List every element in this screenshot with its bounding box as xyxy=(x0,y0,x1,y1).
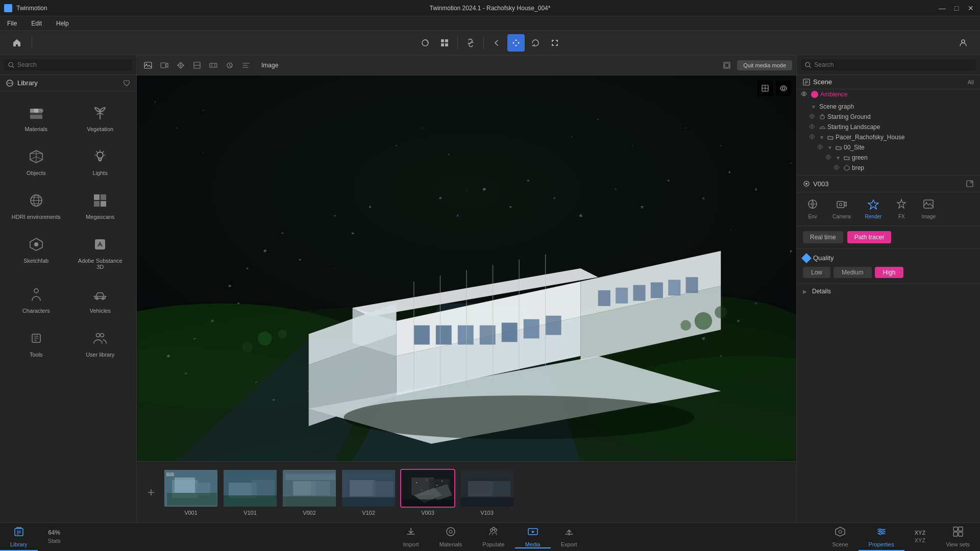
library-item-materials[interactable]: Materials xyxy=(6,97,66,137)
bottom-populate-button[interactable]: Populate xyxy=(472,526,514,548)
svg-rect-151 xyxy=(283,496,337,508)
bottom-xyz-button[interactable]: XYZ XYZ xyxy=(904,523,936,551)
toolbar-refresh-button[interactable] xyxy=(527,34,544,52)
render-tab-camera[interactable]: Camera xyxy=(828,196,855,221)
toolbar-grid-button[interactable] xyxy=(436,34,453,52)
adobe-label: Adobe Substance 3D xyxy=(76,258,126,270)
media-tool-7[interactable] xyxy=(239,58,253,72)
right-search-input[interactable] xyxy=(814,61,972,68)
heart-icon[interactable] xyxy=(123,80,130,87)
menu-edit[interactable]: Edit xyxy=(28,19,45,28)
media-tool-image[interactable] xyxy=(141,58,155,72)
quit-media-button[interactable]: Quit media mode xyxy=(737,60,792,70)
bottom-library-button[interactable]: Library xyxy=(0,523,38,551)
minimize-button[interactable]: — xyxy=(937,3,947,13)
menu-help[interactable]: Help xyxy=(53,19,72,28)
sg-00site[interactable]: ▼ 00_Site xyxy=(813,142,980,153)
svg-point-138 xyxy=(782,87,785,90)
sg-pacer-house[interactable]: ▼ Pacer_Rachofsky_House xyxy=(805,132,980,142)
svg-point-25 xyxy=(34,289,38,293)
library-item-vegetation[interactable]: Vegetation xyxy=(70,97,131,137)
viewport[interactable] xyxy=(137,76,796,461)
toolbar-back-button[interactable] xyxy=(488,34,505,52)
library-item-characters[interactable]: Characters xyxy=(6,279,66,319)
bottom-materials-button[interactable]: Materials xyxy=(429,526,473,548)
toolbar-expand-button[interactable] xyxy=(546,34,564,52)
all-button[interactable]: All xyxy=(968,79,974,85)
megascans-icon xyxy=(90,190,110,211)
svg-point-116 xyxy=(571,136,573,138)
sg-eye-brep xyxy=(834,164,842,171)
library-item-hdri[interactable]: HDRI environments xyxy=(6,185,66,225)
viewport-layout-button[interactable] xyxy=(757,81,773,96)
viewport-eye-button[interactable] xyxy=(776,81,791,96)
quality-diamond-icon xyxy=(801,253,812,263)
library-item-vehicles[interactable]: Vehicles xyxy=(70,279,131,319)
render-tab-image[interactable]: Image xyxy=(917,196,940,221)
bottom-export-button[interactable]: Export xyxy=(551,526,587,548)
sg-ambience[interactable]: Ambience xyxy=(797,89,980,99)
library-item-user[interactable]: User library xyxy=(70,323,131,363)
sg-green[interactable]: ▼ green xyxy=(821,153,980,163)
media-tool-6[interactable] xyxy=(223,58,237,72)
svg-point-131 xyxy=(695,312,712,330)
bottom-viewsets-button[interactable]: View sets xyxy=(936,523,980,551)
toolbar-move-button[interactable] xyxy=(507,34,525,52)
library-item-objects[interactable]: Objects xyxy=(6,141,66,181)
thumb-v002[interactable]: V002 xyxy=(282,469,337,516)
media-frame-btn[interactable] xyxy=(720,58,734,72)
render-tab-fx[interactable]: FX xyxy=(892,196,911,221)
svg-point-121 xyxy=(790,162,792,164)
sg-starting-ground[interactable]: Starting Ground xyxy=(805,112,980,122)
thumb-v101[interactable]: V101 xyxy=(223,469,278,516)
svg-point-110 xyxy=(155,101,156,103)
bottom-stats-button[interactable]: 64% Stats xyxy=(38,523,71,551)
quality-low-button[interactable]: Low xyxy=(803,267,830,278)
svg-rect-67 xyxy=(651,282,663,298)
sg-brep[interactable]: brep xyxy=(829,163,980,173)
library-item-adobe[interactable]: Adobe Substance 3D xyxy=(70,229,131,275)
library-item-sketchfab[interactable]: Sketchfab xyxy=(6,229,66,275)
maximize-button[interactable]: □ xyxy=(951,3,962,13)
thumb-v102[interactable]: V102 xyxy=(341,469,396,516)
media-tool-video[interactable] xyxy=(157,58,172,72)
thumb-v003[interactable]: V003 xyxy=(400,469,455,516)
home-button[interactable] xyxy=(8,34,26,52)
media-tool-5[interactable] xyxy=(206,58,220,72)
realtime-button[interactable]: Real time xyxy=(803,231,843,243)
library-item-tools[interactable]: Tools xyxy=(6,323,66,363)
bottom-import-button[interactable]: Import xyxy=(393,526,429,548)
sg-starting-landscape[interactable]: Starting Landscape xyxy=(805,122,980,132)
menu-file[interactable]: File xyxy=(4,19,20,28)
toolbar-rotate-button[interactable] xyxy=(416,34,434,52)
stats-nav-label: Stats xyxy=(48,538,61,544)
left-search-input[interactable] xyxy=(17,61,128,68)
close-button[interactable]: ✕ xyxy=(966,3,976,13)
add-media-button[interactable]: + xyxy=(141,472,161,513)
svg-point-166 xyxy=(421,490,422,491)
v003-resize-icon[interactable] xyxy=(966,180,974,188)
toolbar-link-button[interactable] xyxy=(462,34,479,52)
library-item-megascans[interactable]: Megascans xyxy=(70,185,131,225)
render-tab-render[interactable]: Render xyxy=(861,196,886,221)
user-library-icon xyxy=(90,328,110,348)
sg-scene-graph-header[interactable]: ▼ Scene graph xyxy=(797,102,980,112)
media-tool-4[interactable] xyxy=(190,58,204,72)
svg-point-106 xyxy=(738,320,740,322)
render-tab-env[interactable]: Env xyxy=(803,196,822,221)
bottom-properties-button[interactable]: Properties xyxy=(859,523,904,551)
quality-high-button[interactable]: High xyxy=(875,267,904,278)
svg-rect-60 xyxy=(524,319,540,339)
thumb-v103[interactable]: V103 xyxy=(459,469,514,516)
library-nav-label: Library xyxy=(10,541,28,547)
details-header[interactable]: ▶ Details xyxy=(803,288,974,295)
library-item-lights[interactable]: Lights xyxy=(70,141,131,181)
pathtracer-button[interactable]: Path tracer xyxy=(847,231,892,243)
thumb-v001[interactable]: ⊞⊞ V001 xyxy=(163,469,218,516)
quality-medium-button[interactable]: Medium xyxy=(834,267,872,278)
svg-point-88 xyxy=(579,214,582,217)
media-tool-3[interactable] xyxy=(174,58,188,72)
bottom-scene-button[interactable]: Scene xyxy=(822,523,858,551)
toolbar-user-button[interactable] xyxy=(954,34,972,52)
bottom-media-button[interactable]: Media xyxy=(515,526,551,548)
